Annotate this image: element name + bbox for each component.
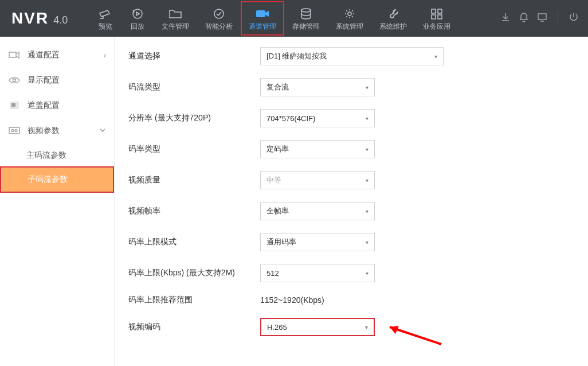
nav-label: 预览: [99, 22, 112, 32]
svg-point-3: [301, 9, 311, 12]
sidebar: 通道配置 › 显示配置 遮盖配置 视频参数 主码流参数: [0, 37, 115, 366]
stream-type-select[interactable]: 复合流 ▾: [260, 78, 375, 96]
quality-select: 中等 ▾: [260, 171, 375, 189]
nav-system-mgmt[interactable]: 系统管理: [328, 0, 371, 37]
bell-icon[interactable]: [519, 12, 529, 25]
svg-rect-5: [432, 9, 436, 13]
select-value: 定码率: [266, 144, 289, 154]
sidebar-sub-label: 主码流参数: [26, 150, 66, 161]
wrench-icon: [385, 7, 401, 21]
svg-rect-7: [432, 15, 436, 19]
recommend-value: 1152~1920(Kbps): [260, 295, 324, 305]
download-icon[interactable]: [500, 12, 511, 25]
nav-system-maint[interactable]: 系统维护: [371, 0, 415, 37]
chevron-down-icon: ▾: [366, 239, 369, 246]
sidebar-item-label: 通道配置: [28, 50, 60, 60]
nav-label: 业务应用: [423, 22, 450, 32]
nav-label: 系统维护: [379, 22, 407, 32]
folder-icon: [167, 7, 183, 21]
recommend-label: 码率上限推荐范围: [128, 295, 260, 305]
video-params-icon: [8, 126, 21, 136]
chevron-down-icon: ▾: [366, 208, 369, 215]
bitrate-type-label: 码率类型: [128, 144, 260, 154]
logo: NVR 4.0: [0, 9, 78, 28]
nav-label: 文件管理: [162, 22, 189, 32]
sidebar-sub-main-stream[interactable]: 主码流参数: [0, 143, 114, 168]
nav-playback[interactable]: 回放: [121, 0, 154, 37]
nav-storage-mgmt[interactable]: 存储管理: [284, 0, 328, 37]
svg-rect-10: [9, 52, 16, 57]
sidebar-item-label: 显示配置: [28, 75, 60, 85]
sidebar-sub-sub-stream[interactable]: 子码流参数: [1, 168, 113, 192]
chevron-down-icon: ▾: [366, 115, 369, 122]
camera-icon: [97, 7, 113, 21]
framerate-select[interactable]: 全帧率 ▾: [260, 202, 375, 220]
chevron-down-icon: ▾: [366, 177, 369, 184]
resolution-label: 分辨率 (最大支持720P): [128, 113, 260, 123]
nav-label: 系统管理: [336, 22, 363, 32]
chevron-down-icon: ▾: [366, 270, 369, 277]
svg-point-4: [348, 12, 351, 15]
sidebar-sub-label: 子码流参数: [28, 174, 68, 185]
chevron-down-icon: ▾: [366, 84, 369, 91]
sidebar-item-mask-config[interactable]: 遮盖配置: [0, 93, 114, 118]
sidebar-subitems: 主码流参数 子码流参数: [0, 143, 114, 193]
select-value: 通用码率: [266, 237, 296, 247]
nav-file-mgmt[interactable]: 文件管理: [154, 0, 197, 37]
sidebar-item-label: 视频参数: [28, 126, 60, 136]
top-navbar: NVR 4.0 预览 回放 文件管理 智能分析 通道管理 存储管理: [0, 0, 588, 37]
nav-analysis[interactable]: 智能分析: [197, 0, 241, 37]
separator: [558, 12, 558, 25]
content: 通道选择 [D1] 维萨须知按我 ▾ 码流类型 复合流 ▾ 分辨率 (最大支持7…: [115, 37, 588, 366]
select-value: 复合流: [266, 82, 289, 92]
monitor-icon[interactable]: [537, 12, 547, 25]
sidebar-item-channel-config[interactable]: 通道配置 ›: [0, 42, 114, 68]
chevron-down-icon: ▾: [366, 146, 369, 153]
svg-rect-9: [538, 14, 546, 20]
chevron-down-icon: ▾: [365, 324, 368, 330]
chevron-down-icon: [99, 126, 106, 135]
analysis-icon: [211, 7, 227, 21]
select-value: 704*576(4CIF): [266, 114, 315, 123]
bitrate-type-select[interactable]: 定码率 ▾: [260, 140, 375, 158]
body: 通道配置 › 显示配置 遮盖配置 视频参数 主码流参数: [0, 37, 588, 366]
gear-icon: [342, 7, 358, 21]
stream-type-label: 码流类型: [128, 82, 260, 92]
nav-label: 通道管理: [249, 22, 276, 32]
resolution-select[interactable]: 704*576(4CIF) ▾: [260, 109, 375, 127]
channel-config-icon: [8, 50, 21, 60]
svg-point-11: [13, 79, 16, 82]
codec-label: 视频编码: [128, 322, 260, 332]
database-icon: [298, 7, 314, 21]
nav-channel-mgmt[interactable]: 通道管理: [241, 1, 284, 36]
nav-business-app[interactable]: 业务应用: [415, 0, 458, 37]
channel-select-label: 通道选择: [128, 51, 260, 61]
channel-select[interactable]: [D1] 维萨须知按我 ▾: [260, 47, 444, 65]
nav-label: 存储管理: [292, 22, 320, 32]
nav-preview[interactable]: 预览: [89, 0, 121, 37]
sidebar-item-display-config[interactable]: 显示配置: [0, 68, 114, 93]
svg-rect-13: [11, 103, 15, 107]
sidebar-item-label: 遮盖配置: [28, 100, 60, 111]
max-mode-label: 码率上限模式: [128, 237, 260, 247]
max-kbps-select[interactable]: 512 ▾: [260, 264, 375, 282]
nav-label: 智能分析: [205, 22, 233, 32]
svg-point-1: [214, 9, 224, 18]
topbar-right: [500, 12, 588, 25]
select-value: 全帧率: [266, 206, 289, 216]
sidebar-item-video-params[interactable]: 视频参数: [0, 118, 114, 143]
grid-icon: [429, 7, 445, 21]
chevron-right-icon: ›: [103, 50, 106, 60]
svg-point-0: [133, 9, 142, 18]
codec-select[interactable]: H.265 ▾: [260, 318, 375, 336]
power-icon[interactable]: [569, 12, 579, 25]
eye-icon: [8, 75, 21, 85]
svg-rect-8: [438, 15, 442, 19]
select-value: 中等: [266, 175, 281, 185]
logo-text: NVR: [11, 9, 49, 28]
svg-point-15: [11, 130, 14, 132]
svg-rect-2: [256, 10, 265, 17]
chevron-down-icon: ▾: [434, 53, 437, 60]
max-mode-select[interactable]: 通用码率 ▾: [260, 233, 375, 251]
quality-label: 视频质量: [128, 175, 260, 185]
